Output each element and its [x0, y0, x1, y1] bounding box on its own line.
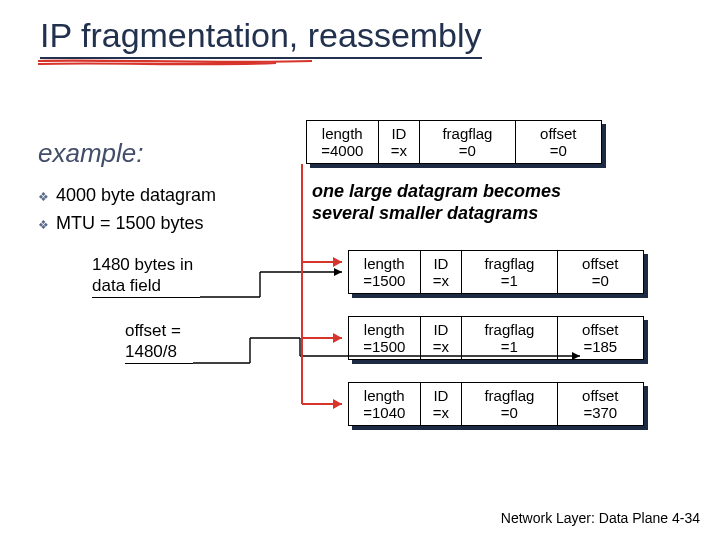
cell-header: ID	[433, 387, 448, 404]
cell-value: =0	[459, 142, 476, 159]
slide-title: IP fragmentation, reassembly	[40, 16, 482, 59]
caption-line: several smaller datagrams	[312, 202, 561, 224]
example-label: example:	[38, 138, 144, 169]
cell-header: offset	[582, 255, 618, 272]
bullet-list: ❖ 4000 byte datagram ❖ MTU = 1500 bytes	[38, 182, 216, 238]
cell-value: =0	[592, 272, 609, 289]
cell-header: ID	[433, 321, 448, 338]
cell-header: fragflag	[484, 255, 534, 272]
cell-value: =x	[433, 272, 449, 289]
packet-original: length =4000 ID =x fragflag =0 offset =0	[306, 120, 602, 164]
cell-header: offset	[582, 321, 618, 338]
bullet-text: MTU = 1500 bytes	[56, 210, 204, 236]
cell-header: offset	[540, 125, 576, 142]
cell-value: =0	[550, 142, 567, 159]
cell-value: =1040	[363, 404, 405, 421]
cell-header: length	[364, 255, 405, 272]
cell-header: fragflag	[442, 125, 492, 142]
list-item: ❖ 4000 byte datagram	[38, 182, 216, 210]
caption: one large datagram becomes several small…	[312, 180, 561, 224]
bullet-icon: ❖	[38, 212, 56, 238]
title-accent-underline	[36, 58, 316, 66]
cell-value: =4000	[321, 142, 363, 159]
svg-marker-3	[334, 268, 342, 276]
cell-header: offset	[582, 387, 618, 404]
note-underline	[125, 363, 193, 364]
svg-marker-12	[333, 257, 342, 267]
note-data-field: 1480 bytes in data field	[92, 254, 193, 296]
note-line: data field	[92, 275, 193, 296]
list-item: ❖ MTU = 1500 bytes	[38, 210, 216, 238]
cell-header: fragflag	[484, 387, 534, 404]
note-line: 1480 bytes in	[92, 254, 193, 275]
bullet-text: 4000 byte datagram	[56, 182, 216, 208]
bullet-icon: ❖	[38, 184, 56, 210]
cell-header: ID	[433, 255, 448, 272]
cell-value: =1	[501, 272, 518, 289]
note-offset: offset = 1480/8	[125, 320, 181, 362]
cell-value: =370	[583, 404, 617, 421]
cell-header: length	[322, 125, 363, 142]
cell-header: length	[364, 387, 405, 404]
svg-marker-16	[333, 399, 342, 409]
cell-value: =0	[501, 404, 518, 421]
cell-header: ID	[391, 125, 406, 142]
leader-data-field	[200, 268, 342, 297]
note-line: offset =	[125, 320, 181, 341]
cell-value: =x	[391, 142, 407, 159]
cell-value: =185	[583, 338, 617, 355]
packet-fragment-3: length=1040 ID=x fragflag=0 offset=370	[348, 382, 644, 426]
cell-value: =x	[433, 404, 449, 421]
cell-value: =1	[501, 338, 518, 355]
packet-fragment-1: length=1500 ID=x fragflag=1 offset=0	[348, 250, 644, 294]
slide-footer: Network Layer: Data Plane 4-34	[501, 510, 700, 526]
cell-value: =1500	[363, 272, 405, 289]
cell-value: =x	[433, 338, 449, 355]
packet-fragment-2: length=1500 ID=x fragflag=1 offset=185	[348, 316, 644, 360]
cell-value: =1500	[363, 338, 405, 355]
cell-header: fragflag	[484, 321, 534, 338]
note-underline	[92, 297, 200, 298]
cell-header: length	[364, 321, 405, 338]
note-line: 1480/8	[125, 341, 181, 362]
svg-marker-14	[333, 333, 342, 343]
caption-line: one large datagram becomes	[312, 180, 561, 202]
